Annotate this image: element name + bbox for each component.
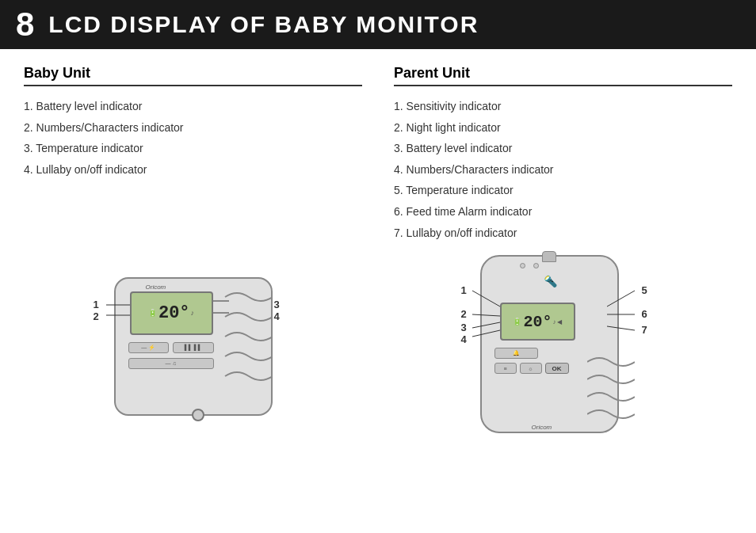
- parent-label-6: 6: [642, 308, 647, 320]
- baby-callout-lines: [82, 269, 304, 436]
- list-item: 4. Numbers/Characters indicator: [394, 159, 732, 181]
- baby-unit-diagram: 🔋 20° ♪ — ⚡ ▌▌ ▌▌ — ♫ Oricom: [24, 251, 378, 453]
- baby-label-3: 3: [274, 299, 280, 310]
- svg-line-6: [472, 322, 500, 328]
- baby-unit-section: Baby Unit 1. Battery level indicator 2. …: [24, 65, 378, 243]
- svg-line-10: [607, 326, 635, 330]
- baby-label-4: 4: [274, 310, 280, 322]
- baby-label-2: 2: [94, 310, 99, 322]
- list-item: 2. Night light indicator: [394, 117, 732, 139]
- svg-line-8: [607, 291, 635, 306]
- svg-line-7: [472, 330, 500, 337]
- parent-label-3: 3: [461, 322, 467, 333]
- list-item: 6. Feed time Alarm indicator: [394, 201, 732, 223]
- svg-line-5: [472, 314, 500, 316]
- parent-label-2: 2: [461, 308, 467, 320]
- list-item: 4. Lullaby on/off indicator: [24, 159, 362, 181]
- parent-unit-diagram: 🔦 🔋 20° ♪ ◀ 🔔 ≡: [378, 251, 732, 453]
- parent-unit-section: Parent Unit 1. Sensitivity indicator 2. …: [378, 65, 732, 243]
- baby-unit-list: 1. Battery level indicator 2. Numbers/Ch…: [24, 96, 362, 180]
- parent-unit-title: Parent Unit: [394, 65, 732, 86]
- baby-label-1: 1: [94, 299, 99, 310]
- list-item: 7. Lullaby on/off indicator: [394, 223, 732, 244]
- parent-unit-list: 1. Sensitivity indicator 2. Night light …: [394, 96, 732, 243]
- list-item: 5. Temperature indicator: [394, 180, 732, 201]
- page-title: LCD DISPLAY OF BABY MONITOR: [48, 11, 479, 38]
- parent-callout-lines: [441, 251, 686, 453]
- page-header: 8 LCD DISPLAY OF BABY MONITOR: [0, 0, 756, 49]
- baby-unit-title: Baby Unit: [24, 65, 362, 86]
- parent-label-7: 7: [642, 324, 647, 336]
- parent-label-4: 4: [461, 333, 467, 345]
- list-item: 1. Battery level indicator: [24, 96, 362, 117]
- list-item: 3. Battery level indicator: [394, 138, 732, 159]
- page-number: 8: [16, 6, 34, 44]
- content-area: Baby Unit 1. Battery level indicator 2. …: [0, 49, 756, 251]
- svg-line-4: [472, 291, 500, 306]
- parent-label-1: 1: [461, 284, 467, 296]
- diagrams-area: 🔋 20° ♪ — ⚡ ▌▌ ▌▌ — ♫ Oricom: [0, 251, 756, 461]
- list-item: 3. Temperature indicator: [24, 138, 362, 159]
- parent-label-5: 5: [642, 284, 647, 296]
- list-item: 2. Numbers/Characters indicator: [24, 117, 362, 139]
- list-item: 1. Sensitivity indicator: [394, 96, 732, 117]
